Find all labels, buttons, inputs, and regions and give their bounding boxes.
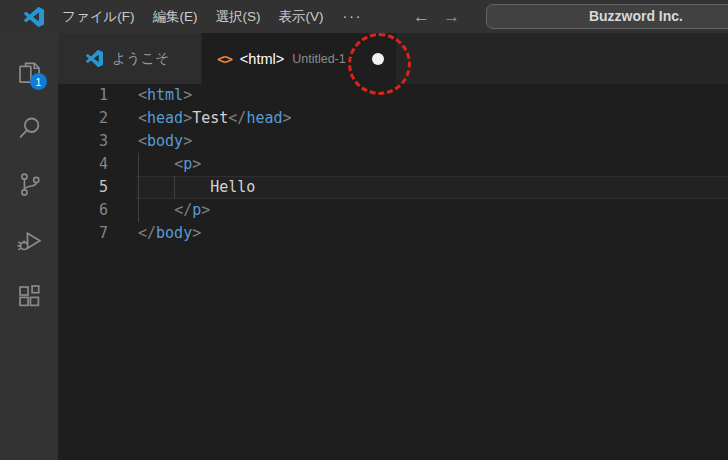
menu-edit[interactable]: 編集(E) — [144, 0, 207, 33]
tab-bar: ようこそ <> <html> Untitled-1 — [58, 33, 728, 84]
app-body: 1 — [0, 33, 728, 460]
line-number-gutter: 1234567 — [58, 84, 136, 460]
line-number: 1 — [58, 84, 108, 107]
search-icon — [16, 115, 43, 142]
vscode-window: ファイル(F) 編集(E) 選択(S) 表示(V) ··· ← → Buzzwo… — [0, 0, 728, 460]
history-nav: ← → — [413, 0, 460, 33]
line-number: 5 — [58, 176, 108, 199]
extensions-icon — [16, 283, 43, 310]
code-content[interactable]: <html><head>Test</head><body> <p> Hello … — [136, 84, 728, 460]
line-number: 7 — [58, 222, 108, 245]
tab-welcome-label: ようこそ — [112, 50, 169, 68]
menu-selection[interactable]: 選択(S) — [207, 0, 270, 33]
source-control-icon — [16, 171, 43, 198]
activitybar-item-extensions[interactable] — [0, 268, 58, 324]
code-line[interactable]: <body> — [138, 130, 728, 153]
line-number: 6 — [58, 199, 108, 222]
activity-bar: 1 — [0, 33, 58, 460]
title-bar: ファイル(F) 編集(E) 選択(S) 表示(V) ··· ← → Buzzwo… — [0, 0, 728, 33]
activitybar-item-search[interactable] — [0, 100, 58, 156]
editor-group: ようこそ <> <html> Untitled-1 1234567 <html>… — [58, 33, 728, 460]
vscode-logo-icon — [86, 50, 103, 67]
command-center-text: Buzzword Inc. — [589, 0, 683, 33]
vscode-logo-icon — [24, 7, 44, 27]
line-number: 3 — [58, 130, 108, 153]
activitybar-item-explorer[interactable]: 1 — [0, 44, 58, 100]
code-line[interactable]: <html> — [138, 84, 728, 107]
dirty-indicator-dot[interactable] — [372, 53, 384, 65]
tab-untitled-1[interactable]: <> <html> Untitled-1 — [202, 33, 396, 84]
code-editor[interactable]: 1234567 <html><head>Test</head><body> <p… — [58, 84, 728, 460]
line-number: 4 — [58, 153, 108, 176]
explorer-badge: 1 — [30, 73, 47, 90]
html-file-icon: <> — [217, 51, 232, 67]
tab-untitled-description: Untitled-1 — [292, 52, 346, 66]
menu-view[interactable]: 表示(V) — [270, 0, 333, 33]
menu-file[interactable]: ファイル(F) — [53, 0, 144, 33]
run-debug-icon — [16, 227, 43, 254]
activitybar-item-run-debug[interactable] — [0, 212, 58, 268]
menu-bar: ファイル(F) 編集(E) 選択(S) 表示(V) ··· — [53, 0, 373, 33]
tab-welcome[interactable]: ようこそ — [58, 33, 202, 84]
menu-more-ellipsis[interactable]: ··· — [333, 0, 373, 33]
code-line[interactable]: </body> — [138, 222, 728, 245]
code-line[interactable]: Hello — [138, 176, 728, 199]
code-line[interactable]: </p> — [138, 199, 728, 222]
forward-arrow-icon[interactable]: → — [443, 0, 460, 33]
code-line[interactable]: <p> — [138, 153, 728, 176]
tab-untitled-label: <html> — [240, 51, 284, 67]
line-number: 2 — [58, 107, 108, 130]
activitybar-item-source-control[interactable] — [0, 156, 58, 212]
code-line[interactable]: <head>Test</head> — [138, 107, 728, 130]
back-arrow-icon[interactable]: ← — [413, 0, 430, 33]
